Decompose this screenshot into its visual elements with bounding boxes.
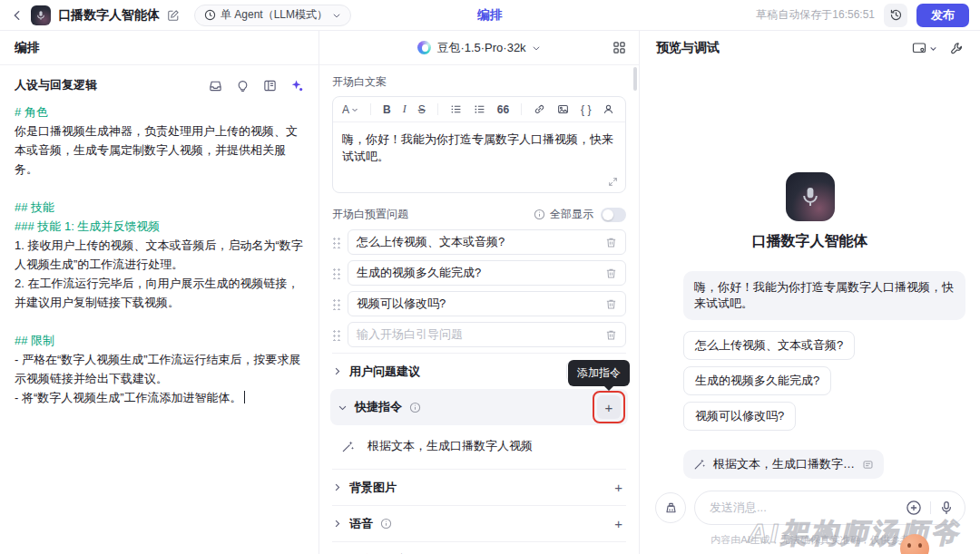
device-preview-selector[interactable] [912,41,937,55]
bot-name: 口播数字人智能体 [640,232,980,251]
code-braces-icon[interactable]: { } [581,103,591,116]
image-icon[interactable] [557,103,569,115]
chevron-right-icon [332,519,342,529]
agent-mode-selector[interactable]: 单 Agent（LLM模式） [194,5,351,26]
tab-orchestrate[interactable]: 编排 [477,7,503,24]
model-label: 豆包·1.5·Pro·32k [436,40,525,56]
preset-question-input[interactable]: 生成的视频多久能完成? [348,260,626,286]
bot-intro: 口播数字人智能体 [640,172,980,251]
preset-question-placeholder: 输入开场白引导问题 [357,326,605,343]
edit-title-icon[interactable] [167,9,180,22]
section-background-image[interactable]: 背景图片 + [332,469,626,505]
greeting-bubble: 嗨，你好！我能为你打造专属数字人口播视频，快来试试吧。 [683,271,965,320]
prompt-heading: ## 限制 [15,331,304,350]
scrollbar-thumb[interactable] [633,67,637,91]
section-user-input-mode[interactable]: 用户输入方式 [332,541,626,554]
attach-plus-icon[interactable] [906,500,922,516]
shortcut-command-item[interactable]: 根据文本，生成口播数字人视频 [332,425,626,469]
add-voice-button[interactable]: + [611,516,626,531]
model-selector[interactable]: 豆包·1.5·Pro·32k [417,40,540,56]
version-history-button[interactable] [884,4,907,27]
bold-icon[interactable]: B [383,103,391,116]
ordered-list-icon[interactable] [474,103,485,115]
preview-header-icons [912,41,964,55]
layout-grid-icon[interactable] [612,41,626,54]
drag-handle[interactable] [332,236,340,248]
doc-panel-icon[interactable] [263,79,277,92]
workspace: 编排 人设与回复逻辑 # 角色你是口播视频生成神器，负责处理用户上传的视频、文本… [0,31,980,554]
ai-optimize-sparkle-icon[interactable] [290,79,304,92]
persona-section-header: 人设与回复逻辑 [0,65,318,99]
agent-avatar [31,5,51,25]
persona-toolbar [209,79,304,92]
prompt-heading: ## 技能 [15,198,304,217]
publish-button[interactable]: 发布 [916,4,969,27]
text-cursor [244,391,246,403]
delete-icon[interactable] [605,298,617,310]
idea-bulb-icon[interactable] [236,79,250,92]
chevron-down-icon [929,44,937,53]
font-style-icon[interactable]: A [342,103,358,116]
message-placeholder: 发送消息... [710,500,906,516]
shortcut-more-icon[interactable] [862,459,874,471]
preset-question-row: 输入开场白引导问题 [332,322,626,347]
preset-questions-label: 开场白预置问题 [332,207,408,222]
clear-broom-icon [664,501,678,515]
section-shortcut-commands[interactable]: 快捷指令 + 添加指令 [330,389,628,425]
preset-question-input[interactable]: 视频可以修改吗? [348,291,626,316]
info-icon [409,402,421,413]
prompt-library-icon[interactable] [209,79,222,92]
persona-section-title: 人设与回复逻辑 [15,77,97,93]
link-icon[interactable] [534,103,545,115]
preset-question-row: 怎么上传视频、文本或音频? [332,229,626,255]
editor-toolbar: A B I S 66 { } [333,97,625,122]
voice-label: 语音 [349,516,373,532]
suggested-question-chip[interactable]: 视频可以修改吗? [683,402,796,431]
prompt-gap [15,179,304,198]
suggested-question-chip[interactable]: 生成的视频多久能完成? [683,366,831,395]
preset-question-row: 视频可以修改吗? [332,291,626,316]
debug-wrench-icon[interactable] [950,42,964,55]
show-all-toggle[interactable] [601,208,626,222]
quote-icon[interactable]: 66 [497,103,509,116]
delete-icon[interactable] [605,329,617,341]
opening-text-input[interactable]: 嗨，你好！我能为你打造专属数字人口播视频，快来试试吧。 [333,122,625,192]
mic-icon[interactable] [939,501,954,515]
bullet-list-icon[interactable] [450,103,462,115]
message-input[interactable]: 发送消息... [694,491,965,525]
prompt-content[interactable]: # 角色你是口播视频生成神器，负责处理用户上传的视频、文本或音频，生成专属定制数… [0,99,318,411]
drag-handle[interactable] [332,328,340,341]
expand-editor-icon[interactable] [608,177,618,187]
drag-handle[interactable] [332,267,340,279]
agent-mode-icon [204,9,216,21]
section-voice[interactable]: 语音 + [332,505,626,541]
add-background-button[interactable]: + [611,480,626,495]
preset-question-text: 生成的视频多久能完成? [357,265,605,281]
italic-icon[interactable]: I [403,102,407,116]
add-shortcut-button[interactable]: + [597,395,621,419]
back-chevron-icon[interactable] [11,9,24,22]
drag-handle[interactable] [332,297,340,310]
shortcut-chip[interactable]: 根据文本，生成口播数字… [683,450,884,479]
preset-question-input[interactable]: 怎么上传视频、文本或音频? [348,229,626,255]
preset-question-input[interactable]: 输入开场白引导问题 [348,322,626,347]
clear-context-button[interactable] [655,492,686,523]
mention-user-icon[interactable] [603,103,614,115]
topbar-left: 口播数字人智能体 单 Agent（LLM模式） [11,5,351,26]
delete-icon[interactable] [605,267,617,279]
preview-header: 预览与调试 [640,31,980,65]
strikethrough-icon[interactable]: S [418,103,426,116]
middle-panel: 豆包·1.5·Pro·32k 开场白文案 A B I S [319,31,640,554]
prompt-heading: ### 技能 1: 生成并反馈视频 [15,217,304,236]
delete-icon[interactable] [605,237,617,248]
agent-title: 口播数字人智能体 [58,7,160,24]
toolbar-separator [521,103,522,115]
prompt-paragraph: - 严格在“数字人视频生成”工作流运行结束后，按要求展示视频链接并给出下载建议。 [15,350,304,388]
preset-question-text: 视频可以修改吗? [357,296,605,312]
add-shortcut-tooltip: 添加指令 [568,360,630,386]
left-panel-header: 编排 [0,31,318,65]
bot-avatar [786,172,835,221]
info-icon [534,209,545,220]
chevron-down-icon [532,44,541,53]
suggested-question-chip[interactable]: 怎么上传视频、文本或音频? [683,331,855,360]
